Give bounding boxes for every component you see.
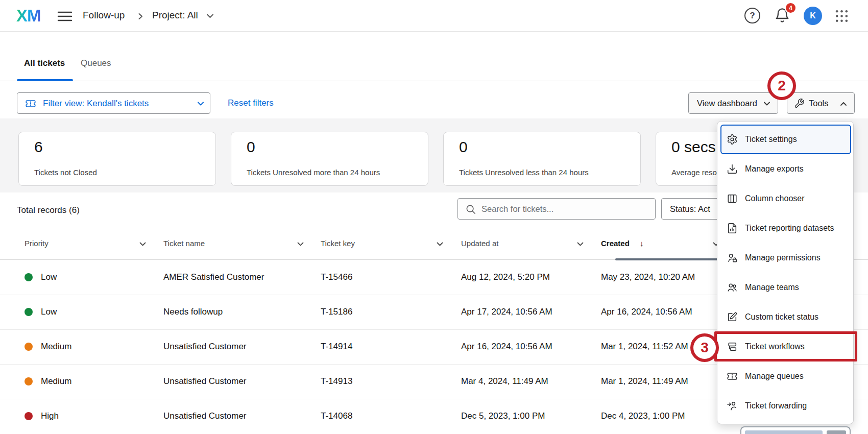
column-header-ticket-name[interactable]: Ticket name [163,239,205,248]
menu-item-manage-exports[interactable]: Manage exports [717,154,854,184]
filter-view-dropdown[interactable]: Filter view: Kendall's tickets [17,92,210,114]
edit-icon [727,311,738,323]
cell-created: Apr 16, 2024, 10:56 AM [601,307,692,317]
cell-ticket-key: T-15186 [321,307,352,317]
tab-all-tickets[interactable]: All tickets [24,58,65,68]
menu-item-label: Ticket reporting datasets [745,224,834,233]
corner-hscroll-grip[interactable] [827,430,846,434]
chevron-up-icon [840,102,847,106]
tabs-divider [0,81,868,81]
reset-filters-link[interactable]: Reset filters [228,98,274,108]
person-lock-icon [727,252,738,263]
chevron-down-icon [197,102,204,106]
total-records-label: Total records (6) [17,205,80,215]
breadcrumb-project-name[interactable]: Follow-up [83,10,125,21]
ticket-icon [727,371,738,382]
priority-dot [25,273,33,281]
tickets-page: XM Follow-up Project: All ? 4 K [0,0,868,434]
forward-person-icon [727,400,738,412]
app-grid-icon[interactable] [834,9,849,23]
column-filter-chevron-down-icon[interactable] [437,242,443,246]
menu-item-ticket-settings[interactable]: Ticket settings [717,125,854,154]
column-header-ticket-key[interactable]: Ticket key [321,239,355,248]
view-dashboard-button[interactable]: View dashboard [688,92,778,114]
menu-item-label: Column chooser [745,194,805,203]
chevron-down-icon [763,102,770,106]
priority-dot [25,343,33,351]
stat-card-label: Tickets Unresolved less than 24 hours [459,168,589,177]
download-icon [727,163,738,175]
menu-item-manage-queues[interactable]: Manage queues [717,361,854,391]
menu-item-label: Ticket forwarding [745,401,807,411]
xm-logo[interactable]: XM [16,6,41,26]
cell-ticket-key: T-14913 [321,376,352,387]
stat-card-value: 6 [34,138,43,156]
tools-label: Tools [809,99,829,108]
cell-created: Mar 1, 2024, 11:52 AM [601,342,688,352]
column-filter-chevron-down-icon[interactable] [577,242,584,246]
menu-item-manage-permissions[interactable]: Manage permissions [717,243,854,273]
annotation-step-2: 2 [767,71,796,100]
cell-ticket-name: Needs followup [163,307,223,317]
report-chart-icon [727,223,738,234]
stat-card-tickets-not-closed: 6Tickets not Closed [18,132,216,186]
tools-button[interactable]: Tools [787,92,855,114]
cell-ticket-key: T-15466 [321,272,352,282]
cell-priority: Medium [41,376,71,387]
cell-ticket-name: Unsatisfied Customer [163,411,247,421]
hamburger-menu-icon[interactable] [56,10,74,22]
cell-ticket-name: AMER Satisfied Customer [163,272,264,282]
avatar[interactable]: K [804,7,822,25]
search-icon [465,204,476,215]
menu-item-ticket-reporting-datasets[interactable]: Ticket reporting datasets [717,213,854,243]
column-header-updated-at[interactable]: Updated at [461,239,498,248]
stat-card-label: Average reso [671,168,717,177]
search-tickets-box [457,198,656,220]
column-filter-chevron-down-icon[interactable] [297,242,304,246]
stat-card-tickets-unresolved-less-than-24-hours: 0Tickets Unresolved less than 24 hours [443,132,641,186]
project-scope-chevron-down-icon[interactable] [206,14,214,18]
columns-icon [727,193,738,204]
column-filter-chevron-down-icon[interactable] [139,242,146,246]
breadcrumb-chevron-right-icon [138,13,143,20]
cell-updated-at: Apr 17, 2024, 10:56 AM [461,307,552,317]
notification-count-badge: 4 [785,2,797,14]
stat-card-label: Tickets Unresolved more than 24 hours [247,168,380,177]
priority-dot [25,308,33,316]
priority-dot [25,412,33,420]
stat-card-value: 0 [459,138,468,156]
active-tab-underline [17,79,73,81]
status-filter-label: Status: Act [670,204,710,214]
sort-descending-arrow-icon: ↓ [640,239,644,248]
menu-item-ticket-forwarding[interactable]: Ticket forwarding [717,391,854,421]
menu-item-label: Manage permissions [745,253,821,262]
breadcrumb-project-scope[interactable]: Project: All [152,10,198,21]
stat-card-tickets-unresolved-more-than-24-hours: 0Tickets Unresolved more than 24 hours [231,132,428,186]
menu-item-label: Ticket settings [745,135,797,144]
ticket-icon [25,98,36,109]
cell-ticket-name: Unsatisfied Customer [163,342,247,352]
stat-card-label: Tickets not Closed [34,168,97,177]
cell-priority: Low [41,272,57,282]
menu-item-manage-teams[interactable]: Manage teams [717,273,854,302]
cell-created: Dec 4, 2023, 1:00 PM [601,411,685,421]
cell-priority: High [41,411,59,421]
menu-item-column-chooser[interactable]: Column chooser [717,184,854,213]
corner-hscroll-thumb[interactable] [745,430,823,434]
people-icon [727,282,738,293]
cell-updated-at: Apr 16, 2024, 10:56 AM [461,342,552,352]
cell-ticket-key: T-14914 [321,342,352,352]
help-icon[interactable]: ? [744,8,760,23]
search-input[interactable] [481,199,650,219]
column-header-priority[interactable]: Priority [25,239,49,248]
cell-ticket-key: T-14068 [321,411,352,421]
column-header-created[interactable]: Created [601,239,630,248]
corner-hscroll[interactable] [740,426,851,434]
wrench-icon [794,98,805,109]
annotation-step-3: 3 [690,333,719,362]
tab-queues[interactable]: Queues [81,58,111,68]
cell-priority: Medium [41,342,71,352]
top-navigation-bar: XM Follow-up Project: All ? 4 K [0,0,868,32]
menu-item-custom-ticket-status[interactable]: Custom ticket status [717,302,854,332]
menu-item-label: Custom ticket status [745,312,818,322]
